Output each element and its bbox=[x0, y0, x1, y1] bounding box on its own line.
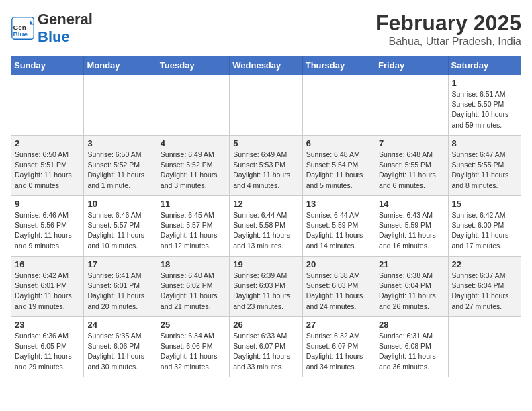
header-thursday: Thursday bbox=[302, 56, 375, 75]
day-info: Sunrise: 6:34 AM Sunset: 6:06 PM Dayligh… bbox=[161, 331, 226, 372]
header-friday: Friday bbox=[375, 56, 448, 75]
day-cell: 18Sunrise: 6:40 AM Sunset: 6:02 PM Dayli… bbox=[157, 257, 229, 317]
header-wednesday: Wednesday bbox=[230, 56, 302, 75]
day-info: Sunrise: 6:31 AM Sunset: 6:08 PM Dayligh… bbox=[379, 331, 444, 372]
day-cell: 25Sunrise: 6:34 AM Sunset: 6:06 PM Dayli… bbox=[157, 317, 229, 377]
day-number: 19 bbox=[233, 259, 298, 269]
day-number: 4 bbox=[161, 138, 226, 148]
day-cell: 12Sunrise: 6:44 AM Sunset: 5:58 PM Dayli… bbox=[230, 196, 302, 257]
day-cell: 11Sunrise: 6:45 AM Sunset: 5:57 PM Dayli… bbox=[157, 196, 229, 257]
day-cell bbox=[302, 75, 375, 136]
day-cell: 22Sunrise: 6:37 AM Sunset: 6:04 PM Dayli… bbox=[448, 257, 521, 317]
day-number: 18 bbox=[161, 259, 226, 269]
day-number: 6 bbox=[306, 138, 371, 148]
day-cell: 9Sunrise: 6:46 AM Sunset: 5:56 PM Daylig… bbox=[11, 196, 84, 257]
day-cell: 20Sunrise: 6:38 AM Sunset: 6:03 PM Dayli… bbox=[302, 257, 375, 317]
day-number: 14 bbox=[379, 199, 444, 209]
day-number: 23 bbox=[15, 320, 80, 330]
day-cell: 19Sunrise: 6:39 AM Sunset: 6:03 PM Dayli… bbox=[230, 257, 302, 317]
day-info: Sunrise: 6:41 AM Sunset: 6:01 PM Dayligh… bbox=[87, 271, 152, 312]
day-cell bbox=[448, 317, 521, 377]
day-info: Sunrise: 6:49 AM Sunset: 5:53 PM Dayligh… bbox=[233, 150, 298, 191]
location: Bahua, Uttar Pradesh, India bbox=[375, 36, 521, 48]
header: Gen Blue General Blue February 2025 Bahu… bbox=[11, 11, 521, 48]
day-number: 5 bbox=[233, 138, 298, 148]
day-number: 24 bbox=[87, 320, 152, 330]
logo-blue-text: Blue bbox=[38, 28, 70, 45]
day-cell: 23Sunrise: 6:36 AM Sunset: 6:05 PM Dayli… bbox=[11, 317, 84, 377]
week-row-3: 16Sunrise: 6:42 AM Sunset: 6:01 PM Dayli… bbox=[11, 257, 521, 317]
day-info: Sunrise: 6:42 AM Sunset: 6:00 PM Dayligh… bbox=[452, 210, 517, 251]
day-cell: 1Sunrise: 6:51 AM Sunset: 5:50 PM Daylig… bbox=[448, 75, 521, 136]
header-row: SundayMondayTuesdayWednesdayThursdayFrid… bbox=[11, 56, 521, 75]
title-area: February 2025 Bahua, Uttar Pradesh, Indi… bbox=[375, 11, 521, 48]
day-info: Sunrise: 6:37 AM Sunset: 6:04 PM Dayligh… bbox=[452, 271, 517, 312]
day-info: Sunrise: 6:44 AM Sunset: 5:59 PM Dayligh… bbox=[306, 210, 371, 251]
day-info: Sunrise: 6:39 AM Sunset: 6:03 PM Dayligh… bbox=[233, 271, 298, 312]
calendar-table: SundayMondayTuesdayWednesdayThursdayFrid… bbox=[11, 56, 521, 377]
day-number: 8 bbox=[452, 138, 517, 148]
day-cell: 26Sunrise: 6:33 AM Sunset: 6:07 PM Dayli… bbox=[230, 317, 302, 377]
day-number: 20 bbox=[306, 259, 371, 269]
day-info: Sunrise: 6:50 AM Sunset: 5:52 PM Dayligh… bbox=[87, 150, 152, 191]
day-info: Sunrise: 6:33 AM Sunset: 6:07 PM Dayligh… bbox=[233, 331, 298, 372]
day-cell: 5Sunrise: 6:49 AM Sunset: 5:53 PM Daylig… bbox=[230, 136, 302, 196]
week-row-4: 23Sunrise: 6:36 AM Sunset: 6:05 PM Dayli… bbox=[11, 317, 521, 377]
day-cell: 13Sunrise: 6:44 AM Sunset: 5:59 PM Dayli… bbox=[302, 196, 375, 257]
day-cell: 10Sunrise: 6:46 AM Sunset: 5:57 PM Dayli… bbox=[84, 196, 157, 257]
day-cell bbox=[375, 75, 448, 136]
header-saturday: Saturday bbox=[448, 56, 521, 75]
day-info: Sunrise: 6:50 AM Sunset: 5:51 PM Dayligh… bbox=[15, 150, 80, 191]
day-cell: 14Sunrise: 6:43 AM Sunset: 5:59 PM Dayli… bbox=[375, 196, 448, 257]
logo: Gen Blue General Blue bbox=[11, 11, 93, 46]
day-number: 22 bbox=[452, 259, 517, 269]
month-year: February 2025 bbox=[375, 11, 521, 36]
day-cell bbox=[157, 75, 229, 136]
day-info: Sunrise: 6:35 AM Sunset: 6:06 PM Dayligh… bbox=[87, 331, 152, 372]
day-info: Sunrise: 6:40 AM Sunset: 6:02 PM Dayligh… bbox=[161, 271, 226, 312]
day-number: 27 bbox=[306, 320, 371, 330]
day-info: Sunrise: 6:42 AM Sunset: 6:01 PM Dayligh… bbox=[15, 271, 80, 312]
svg-text:Blue: Blue bbox=[13, 30, 28, 38]
header-monday: Monday bbox=[84, 56, 157, 75]
day-number: 12 bbox=[233, 199, 298, 209]
header-sunday: Sunday bbox=[11, 56, 84, 75]
week-row-0: 1Sunrise: 6:51 AM Sunset: 5:50 PM Daylig… bbox=[11, 75, 521, 136]
day-number: 10 bbox=[87, 199, 152, 209]
header-tuesday: Tuesday bbox=[157, 56, 229, 75]
day-info: Sunrise: 6:48 AM Sunset: 5:55 PM Dayligh… bbox=[379, 150, 444, 191]
day-number: 11 bbox=[161, 199, 226, 209]
day-number: 7 bbox=[379, 138, 444, 148]
day-cell: 15Sunrise: 6:42 AM Sunset: 6:00 PM Dayli… bbox=[448, 196, 521, 257]
day-cell: 8Sunrise: 6:47 AM Sunset: 5:55 PM Daylig… bbox=[448, 136, 521, 196]
day-cell: 17Sunrise: 6:41 AM Sunset: 6:01 PM Dayli… bbox=[84, 257, 157, 317]
day-info: Sunrise: 6:45 AM Sunset: 5:57 PM Dayligh… bbox=[161, 210, 226, 251]
day-number: 28 bbox=[379, 320, 444, 330]
day-number: 15 bbox=[452, 199, 517, 209]
day-number: 25 bbox=[161, 320, 226, 330]
day-info: Sunrise: 6:38 AM Sunset: 6:04 PM Dayligh… bbox=[379, 271, 444, 312]
day-info: Sunrise: 6:36 AM Sunset: 6:05 PM Dayligh… bbox=[15, 331, 80, 372]
day-cell: 16Sunrise: 6:42 AM Sunset: 6:01 PM Dayli… bbox=[11, 257, 84, 317]
week-row-2: 9Sunrise: 6:46 AM Sunset: 5:56 PM Daylig… bbox=[11, 196, 521, 257]
day-info: Sunrise: 6:38 AM Sunset: 6:03 PM Dayligh… bbox=[306, 271, 371, 312]
day-info: Sunrise: 6:44 AM Sunset: 5:58 PM Dayligh… bbox=[233, 210, 298, 251]
day-info: Sunrise: 6:49 AM Sunset: 5:52 PM Dayligh… bbox=[161, 150, 226, 191]
generalblue-icon: Gen Blue bbox=[11, 16, 35, 40]
day-cell bbox=[11, 75, 84, 136]
day-info: Sunrise: 6:47 AM Sunset: 5:55 PM Dayligh… bbox=[452, 150, 517, 191]
day-cell: 27Sunrise: 6:32 AM Sunset: 6:07 PM Dayli… bbox=[302, 317, 375, 377]
day-cell: 2Sunrise: 6:50 AM Sunset: 5:51 PM Daylig… bbox=[11, 136, 84, 196]
day-info: Sunrise: 6:51 AM Sunset: 5:50 PM Dayligh… bbox=[452, 89, 517, 130]
day-number: 21 bbox=[379, 259, 444, 269]
day-cell: 4Sunrise: 6:49 AM Sunset: 5:52 PM Daylig… bbox=[157, 136, 229, 196]
day-number: 2 bbox=[15, 138, 80, 148]
day-number: 17 bbox=[87, 259, 152, 269]
day-number: 1 bbox=[452, 78, 517, 88]
day-number: 3 bbox=[87, 138, 152, 148]
day-info: Sunrise: 6:32 AM Sunset: 6:07 PM Dayligh… bbox=[306, 331, 371, 372]
day-cell: 3Sunrise: 6:50 AM Sunset: 5:52 PM Daylig… bbox=[84, 136, 157, 196]
day-info: Sunrise: 6:48 AM Sunset: 5:54 PM Dayligh… bbox=[306, 150, 371, 191]
day-cell bbox=[230, 75, 302, 136]
day-cell: 21Sunrise: 6:38 AM Sunset: 6:04 PM Dayli… bbox=[375, 257, 448, 317]
